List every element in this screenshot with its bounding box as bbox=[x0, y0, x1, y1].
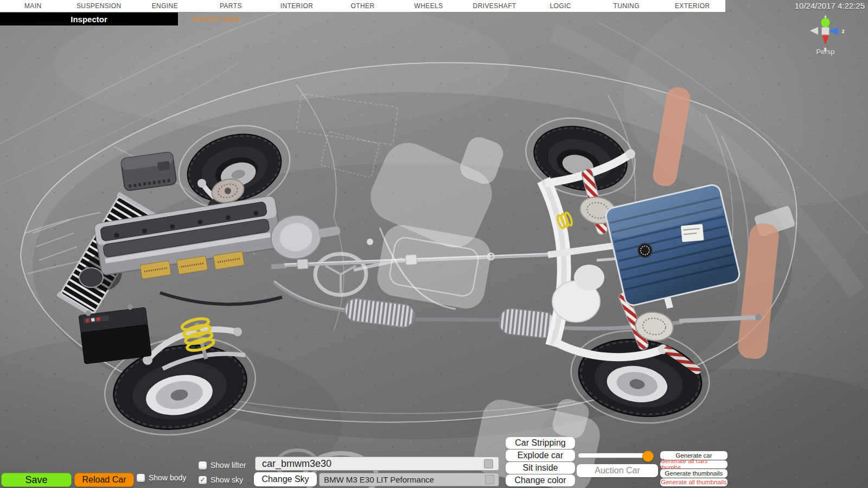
save-button[interactable]: Save bbox=[1, 473, 72, 487]
show-lifter-checkbox[interactable]: Show lifter bbox=[199, 461, 246, 470]
color-slider[interactable] bbox=[578, 453, 654, 458]
engine-pulley bbox=[79, 268, 103, 287]
editor-window: MAIN SUSPENSION ENGINE PARTS INTERIOR OT… bbox=[0, 0, 868, 488]
generate-thumbnails-button[interactable]: Generate thumbnails bbox=[660, 469, 727, 478]
show-body-checkbox[interactable]: Show body bbox=[137, 473, 186, 482]
gizmo-neg-x-cone[interactable] bbox=[810, 27, 818, 35]
dropdown-handle-icon bbox=[485, 475, 494, 484]
car-tools-stack: Car Stripping Explode car Sit inside Cha… bbox=[506, 437, 575, 486]
show-sky-checkbox[interactable]: ✓ Show sky bbox=[199, 476, 243, 484]
tab-wheels[interactable]: WHEELS bbox=[395, 2, 462, 10]
generate-all-cars-thumbs-button[interactable]: Generate all cars thumbs bbox=[660, 460, 727, 469]
show-sky-label: Show sky bbox=[210, 476, 243, 484]
tab-logic[interactable]: LOGIC bbox=[527, 2, 593, 10]
checkbox-check-icon[interactable]: ✓ bbox=[199, 476, 207, 484]
change-sky-button[interactable]: Change Sky bbox=[254, 472, 317, 486]
main-menu-bar: MAIN SUSPENSION ENGINE PARTS INTERIOR OT… bbox=[0, 0, 725, 12]
show-body-label: Show body bbox=[149, 473, 186, 482]
tab-engine[interactable]: ENGINE bbox=[132, 2, 198, 10]
car-select-dropdown[interactable]: BMW M3 E30 LIT Peformance bbox=[319, 473, 499, 486]
auction-car-button[interactable]: Auction Car bbox=[577, 464, 658, 477]
gizmo-mode-label[interactable]: Persp bbox=[800, 48, 851, 56]
generate-all-thumbnails-button[interactable]: Generate all thumbnails bbox=[660, 478, 727, 487]
checkbox-box-icon[interactable] bbox=[199, 461, 207, 470]
tab-other[interactable]: OTHER bbox=[330, 2, 396, 10]
selected-object-label: Selected object: bbox=[192, 15, 242, 23]
tab-tuning[interactable]: TUNING bbox=[593, 2, 660, 10]
tab-driveshaft[interactable]: DRIVESHAFT bbox=[462, 2, 528, 10]
car-name-input[interactable] bbox=[261, 458, 484, 470]
viewport-3d[interactable] bbox=[0, 0, 868, 488]
tab-main[interactable]: MAIN bbox=[0, 2, 66, 10]
battery[interactable] bbox=[78, 303, 151, 364]
tab-exterior[interactable]: EXTERIOR bbox=[659, 2, 725, 10]
car-stripping-button[interactable]: Car Stripping bbox=[506, 437, 575, 449]
gizmo-z-axis-cone[interactable] bbox=[829, 27, 838, 35]
datetime-display: 10/24/2017 4:22:25 bbox=[795, 1, 865, 10]
gizmo-cube[interactable] bbox=[822, 28, 829, 35]
checkbox-box-icon[interactable] bbox=[137, 474, 145, 482]
generate-stack: Generate car Generate all cars thumbs Ge… bbox=[660, 451, 727, 486]
show-lifter-label: Show lifter bbox=[210, 461, 246, 470]
change-color-button[interactable]: Change color bbox=[506, 474, 575, 486]
gizmo-x-axis-cone[interactable] bbox=[822, 36, 829, 45]
inspector-title: Inspector bbox=[71, 15, 107, 24]
field-handle-icon bbox=[484, 459, 493, 468]
air-filter-box[interactable] bbox=[120, 152, 176, 191]
sit-inside-button[interactable]: Sit inside bbox=[506, 462, 575, 474]
gizmo-z-label: z bbox=[842, 28, 845, 34]
car-name-field[interactable] bbox=[255, 457, 499, 471]
tab-parts[interactable]: PARTS bbox=[198, 2, 264, 10]
inspector-header: Inspector bbox=[0, 12, 178, 25]
tab-interior[interactable]: INTERIOR bbox=[264, 2, 330, 10]
reload-car-button[interactable]: Reload Car bbox=[74, 473, 134, 487]
explode-car-button[interactable]: Explode car bbox=[506, 450, 575, 461]
tab-suspension[interactable]: SUSPENSION bbox=[66, 2, 132, 10]
car-select-value: BMW M3 E30 LIT Peformance bbox=[324, 475, 434, 484]
